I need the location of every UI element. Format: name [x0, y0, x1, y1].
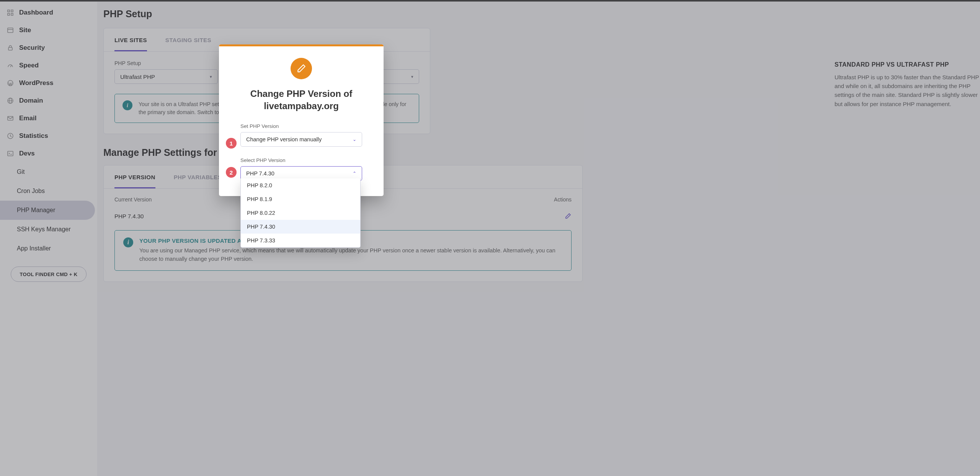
pencil-icon [291, 58, 312, 79]
select-value: Change PHP version manually [246, 136, 322, 142]
php-version-option[interactable]: PHP 8.0.22 [241, 206, 360, 220]
change-php-version-modal: Change PHP Version of livetampabay.org S… [219, 44, 384, 196]
modal-title: Change PHP Version of livetampabay.org [240, 88, 362, 113]
option-label: PHP 8.2.0 [247, 182, 272, 188]
app-background: Dashboard Site Security Speed WordPress … [0, 0, 980, 476]
set-php-version-field: Set PHP Version Change PHP version manua… [240, 123, 362, 147]
php-version-option[interactable]: PHP 8.1.9 [241, 192, 360, 206]
option-label: PHP 8.1.9 [247, 196, 272, 202]
step-badge-1: 1 [226, 138, 237, 149]
php-version-option-selected[interactable]: PHP 7.4.30 [241, 220, 360, 234]
step-number: 1 [230, 140, 233, 147]
chevron-up-icon: ⌃ [353, 171, 356, 176]
php-version-option[interactable]: PHP 8.2.0 [241, 178, 360, 192]
field-label: Set PHP Version [240, 123, 362, 129]
php-version-dropdown: PHP 8.2.0 PHP 8.1.9 PHP 8.0.22 PHP 7.4.3… [240, 178, 361, 248]
modal-overlay[interactable] [0, 0, 980, 476]
modal-title-domain: livetampabay.org [240, 100, 362, 112]
option-label: PHP 7.4.30 [247, 224, 275, 230]
select-value: PHP 7.4.30 [246, 170, 274, 177]
php-version-option[interactable]: PHP 7.3.33 [241, 234, 360, 247]
step-badge-2: 2 [226, 167, 237, 178]
modal-title-prefix: Change PHP Version of [250, 88, 352, 99]
chevron-down-icon: ⌄ [353, 137, 356, 142]
step-number: 2 [230, 169, 233, 176]
option-label: PHP 7.3.33 [247, 237, 275, 244]
option-label: PHP 8.0.22 [247, 210, 275, 216]
set-php-version-select[interactable]: Change PHP version manually ⌄ [240, 132, 362, 147]
field-label: Select PHP Version [240, 157, 362, 163]
select-php-version-field: Select PHP Version PHP 7.4.30 ⌃ [240, 157, 362, 181]
